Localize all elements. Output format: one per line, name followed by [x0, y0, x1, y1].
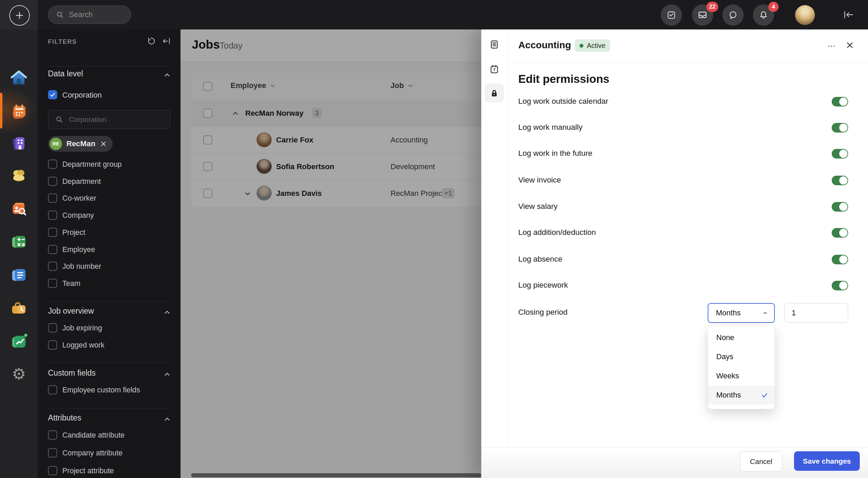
user-avatar[interactable] [795, 5, 815, 25]
menu-option-label: Weeks [716, 372, 739, 380]
global-search[interactable] [48, 5, 131, 24]
toggle-log-work-in-the-future[interactable] [832, 149, 848, 159]
checkbox-company[interactable] [48, 211, 57, 220]
remove-chip-icon[interactable] [100, 140, 107, 148]
checkbox-corporation[interactable] [48, 90, 57, 99]
sidebar-item-settings[interactable]: ⚙ [10, 365, 28, 383]
menu-option-label: None [716, 333, 734, 342]
sidebar-item-documents[interactable] [10, 266, 28, 284]
drawer-tab-permissions[interactable] [485, 84, 504, 103]
filter-item-label: Job number [62, 262, 101, 271]
closing-period-select[interactable]: Months [708, 303, 775, 323]
checkbox-candidate-attribute[interactable] [48, 430, 57, 440]
selected-check-icon [761, 391, 768, 399]
section-data-level: Data level [48, 69, 83, 78]
filter-item-label: Employee [62, 246, 95, 254]
drawer-tab-schedule[interactable]: 7 [485, 60, 504, 79]
lock-icon [489, 88, 499, 98]
toggle-log-work-manually[interactable] [832, 123, 848, 133]
permission-label: Log addition/deduction [518, 228, 596, 237]
checkbox-job-expiring[interactable] [48, 323, 57, 332]
collapse-section-data-level[interactable] [163, 71, 171, 80]
divider [48, 301, 170, 302]
sidebar-item-home[interactable] [10, 69, 28, 87]
messages-button[interactable] [722, 4, 744, 26]
collapse-filters-button[interactable] [162, 36, 171, 47]
collapse-topbar-button[interactable] [842, 9, 855, 22]
permission-label: View invoice [518, 176, 561, 185]
toggle-log-work-outside-calendar[interactable] [832, 97, 848, 106]
checkbox-job-number[interactable] [48, 262, 57, 271]
collapse-section-attributes[interactable] [163, 415, 171, 425]
sidebar-item-schedule[interactable] [10, 102, 28, 120]
corporation-search-input[interactable] [68, 115, 155, 124]
sidebar-item-reports[interactable] [10, 332, 28, 350]
section-job-overview: Job overview [48, 306, 94, 316]
sidebar-item-company[interactable] [10, 134, 28, 152]
menu-option-months[interactable]: Months [708, 386, 774, 405]
closing-period-menu: None Days Weeks Months [708, 326, 775, 409]
filter-item-label: Job expiring [62, 324, 102, 332]
menu-option-weeks[interactable]: Weeks [708, 366, 774, 386]
chip-recman[interactable]: RE RecMan [48, 136, 113, 152]
menu-option-days[interactable]: Days [708, 347, 774, 366]
drawer-tab-details[interactable] [485, 35, 504, 54]
filter-item-label: Company attribute [62, 449, 123, 457]
chevron-up-icon [163, 370, 171, 378]
more-options-button[interactable] [826, 41, 836, 53]
collapse-section-custom-fields[interactable] [163, 370, 171, 380]
briefcase-clock-icon [10, 300, 28, 317]
filter-item-label: Co-worker [62, 194, 96, 203]
checkbox-project-attribute[interactable] [48, 466, 57, 475]
coins-icon [10, 167, 28, 185]
notes-icon [10, 266, 28, 284]
gear-icon: ⚙ [12, 366, 26, 382]
checkbox-department[interactable] [48, 177, 57, 186]
chevron-up-icon [762, 310, 769, 316]
filter-item-label: Project [62, 228, 85, 237]
checkbox-project[interactable] [48, 228, 57, 237]
checkbox-company-attribute[interactable] [48, 448, 57, 457]
sidebar-item-accounting-app[interactable] [10, 232, 28, 250]
plus-icon [15, 11, 24, 20]
tasks-button[interactable] [661, 4, 682, 26]
inbox-badge: 22 [706, 2, 718, 12]
section-attributes: Attributes [48, 413, 81, 423]
closing-period-value-input[interactable] [785, 303, 848, 323]
calendar-icon [10, 102, 28, 120]
toggle-view-invoice[interactable] [832, 176, 848, 185]
global-search-input[interactable] [68, 10, 121, 20]
divider [507, 62, 868, 63]
create-button[interactable] [9, 5, 30, 26]
sidebar-item-time-tracking[interactable] [10, 300, 28, 317]
active-indicator [0, 93, 2, 128]
menu-option-none[interactable]: None [708, 328, 774, 347]
checkbox-team[interactable] [48, 279, 57, 288]
sidebar-item-candidate-search[interactable] [10, 200, 28, 218]
collapse-section-job-overview[interactable] [163, 308, 171, 318]
divider [48, 408, 170, 408]
checkbox-employee[interactable] [48, 245, 57, 254]
filter-item-label: Department group [62, 160, 122, 169]
modal-dim-overlay[interactable] [181, 29, 481, 478]
status-badge: Active [575, 39, 610, 52]
corporation-search[interactable] [48, 110, 170, 129]
status-label: Active [587, 42, 605, 50]
toggle-log-piecework[interactable] [832, 281, 848, 290]
close-drawer-button[interactable] [845, 40, 855, 52]
save-changes-button[interactable]: Save changes [794, 451, 860, 471]
reset-filters-button[interactable] [146, 36, 156, 47]
toggle-log-addition-deduction[interactable] [832, 228, 848, 238]
closing-period-value-field[interactable] [784, 303, 848, 323]
person-search-icon [10, 200, 28, 218]
permission-label: Log absence [518, 255, 562, 264]
checkbox-co-worker[interactable] [48, 193, 57, 203]
sidebar-item-finance[interactable] [10, 167, 28, 185]
toggle-log-absence[interactable] [832, 255, 848, 264]
checkbox-department-group[interactable] [48, 160, 57, 169]
checkbox-logged-work[interactable] [48, 340, 57, 350]
edit-permissions-heading: Edit permissions [518, 73, 609, 86]
checkbox-employee-custom-fields[interactable] [48, 385, 57, 394]
toggle-view-salary[interactable] [832, 202, 848, 212]
cancel-button[interactable]: Cancel [740, 451, 782, 471]
